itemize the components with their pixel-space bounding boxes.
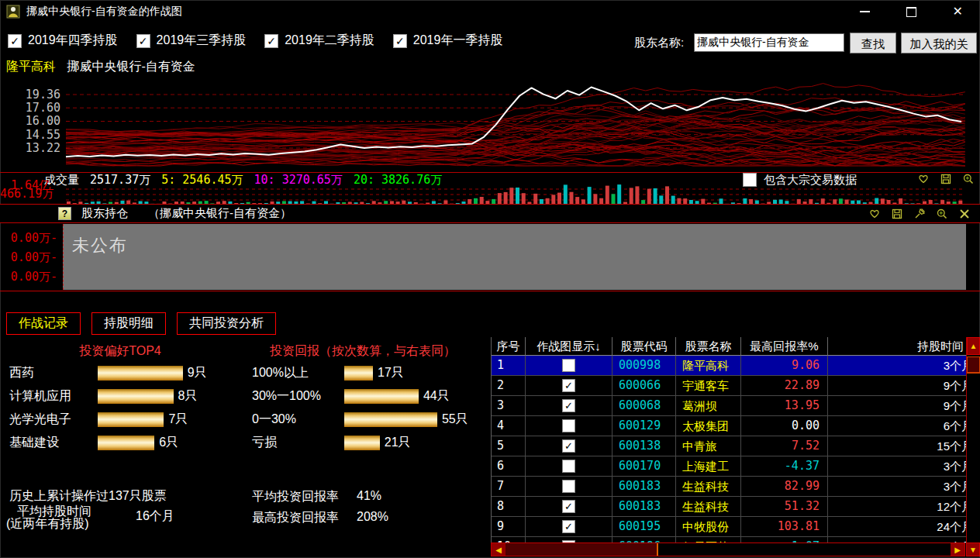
vertical-scrollbar[interactable]: ▲ xyxy=(966,337,980,542)
cell: 8 xyxy=(492,497,526,517)
cell: 葛洲坝 xyxy=(676,396,741,416)
row-checkbox-icon[interactable]: ✓ xyxy=(562,439,575,453)
app-window: 挪威中央银行-自有资金的作战图 ✕ ✓2019年四季持股✓2019年三季持股✓2… xyxy=(0,0,980,558)
column-header-1[interactable]: 序号 xyxy=(492,337,526,356)
cell: 隆平高科 xyxy=(676,356,741,376)
checkbox-icon[interactable]: ✓ xyxy=(136,34,150,48)
volume-ma-values: 5: 2546.45万10: 3270.65万20: 3826.76万 xyxy=(161,173,442,188)
left-arrow-icon[interactable]: ◀ xyxy=(492,543,506,556)
cell: 12个月 xyxy=(828,497,967,517)
table-row-4[interactable]: 4600129太极集团0.006个月 xyxy=(492,416,967,436)
preference-label: 西药 xyxy=(9,365,98,381)
cell: 3个月 xyxy=(828,477,967,497)
close-icon[interactable]: ✕ xyxy=(953,5,963,18)
maximize-icon[interactable] xyxy=(906,7,916,17)
cell: 000998 xyxy=(612,356,676,376)
table-row-9[interactable]: 9✓600195中牧股份103.8124个月 xyxy=(492,517,967,537)
volume-toolbar-icons xyxy=(917,173,975,185)
quarter-filter-4[interactable]: ✓2019年一季持股 xyxy=(393,33,503,49)
price-axis-label: 17.60 xyxy=(14,101,60,115)
peer-stock-lines xyxy=(66,84,965,166)
shareholder-name-input[interactable] xyxy=(694,33,844,52)
row-checkbox-icon[interactable]: ✓ xyxy=(562,520,575,533)
quarter-filter-1[interactable]: ✓2019年四季持股 xyxy=(8,33,118,49)
cell: 600183 xyxy=(612,477,676,497)
checkbox-icon[interactable] xyxy=(743,173,757,187)
help-icon[interactable]: ? xyxy=(58,207,71,220)
not-published-text: 未公布 xyxy=(72,234,128,257)
cell: 9个月 xyxy=(828,396,967,416)
preference-bar xyxy=(98,412,164,427)
tab-3[interactable]: 共同投资分析 xyxy=(177,312,276,335)
cell: 5 xyxy=(492,436,526,456)
column-header-3[interactable]: 股票代码 xyxy=(612,337,676,356)
cell xyxy=(526,416,612,436)
cell: 中青旅 xyxy=(676,436,741,456)
cell: 6个月 xyxy=(828,416,967,436)
volume-ma-value: 5: 2546.45万 xyxy=(161,173,243,188)
column-header-2[interactable]: 作战图显示↓ xyxy=(526,337,612,356)
table-row-1[interactable]: 1000998隆平高科9.063个月 xyxy=(492,356,967,376)
right-arrow-icon[interactable]: ▶ xyxy=(951,543,964,556)
cell: 生益科技 xyxy=(676,497,741,517)
table-row-6[interactable]: 6600170上海建工-4.373个月 xyxy=(492,456,967,477)
cell xyxy=(526,456,612,477)
zoom-in-icon[interactable] xyxy=(962,173,975,185)
vertical-scrollbar-thumb[interactable] xyxy=(967,356,980,374)
checkbox-icon[interactable]: ✓ xyxy=(8,34,22,48)
checkbox-icon[interactable]: ✓ xyxy=(264,34,278,48)
block-trade-checkbox[interactable]: 包含大宗交易数据 xyxy=(743,173,857,187)
save-icon[interactable] xyxy=(940,173,952,185)
table-row-5[interactable]: 5✓600138中青旅7.5215个月 xyxy=(492,436,967,456)
table-row-10[interactable]: 10600196复星医药1.0721个月 xyxy=(492,537,967,542)
holder-panel-subtitle: （挪威中央银行-自有资金） xyxy=(148,206,292,221)
table-row-7[interactable]: 7600183生益科技82.993个月 xyxy=(492,477,967,497)
quarter-filter-2[interactable]: ✓2019年三季持股 xyxy=(136,33,247,49)
table-row-8[interactable]: 8✓600183生益科技51.3212个月 xyxy=(492,497,967,517)
cell: 上海建工 xyxy=(676,456,741,477)
horizontal-scrollbar[interactable]: ◀ ▶ xyxy=(491,542,965,556)
filter-label: 2019年二季持股 xyxy=(285,33,374,49)
pin-icon[interactable] xyxy=(913,208,926,220)
cell: ✓ xyxy=(526,396,612,416)
cell: 9 xyxy=(492,517,526,537)
row-checkbox-icon[interactable] xyxy=(562,460,575,473)
favorite-icon[interactable] xyxy=(868,208,881,220)
cell: 9.06 xyxy=(741,356,828,376)
tab-2[interactable]: 持股明细 xyxy=(91,312,166,335)
checkbox-icon[interactable]: ✓ xyxy=(393,34,407,48)
horizontal-scrollbar-thumb[interactable] xyxy=(506,543,658,556)
volume-readout: 成交量 2517.37万 5: 2546.45万10: 3270.65万20: … xyxy=(44,173,442,187)
close-icon[interactable] xyxy=(958,208,971,220)
cell: 10 xyxy=(492,537,526,542)
column-header-6[interactable]: 持股时间 xyxy=(828,337,967,356)
cell: 7 xyxy=(492,477,526,497)
returns-count: 44只 xyxy=(423,388,450,405)
add-to-watchlist-button[interactable]: 加入我的关注 xyxy=(901,33,977,53)
down-arrow-icon[interactable]: ▼ xyxy=(966,542,980,556)
cell: 3个月 xyxy=(828,456,967,477)
row-checkbox-icon[interactable] xyxy=(562,419,575,432)
row-checkbox-icon[interactable]: ✓ xyxy=(562,399,575,412)
save-icon[interactable] xyxy=(891,208,903,220)
row-checkbox-icon[interactable] xyxy=(562,359,575,372)
holder-panel-icons xyxy=(868,208,971,220)
quarter-filter-3[interactable]: ✓2019年二季持股 xyxy=(264,33,374,49)
zoom-in-icon[interactable] xyxy=(936,208,948,220)
column-header-4[interactable]: 股票名称 xyxy=(676,337,741,356)
row-checkbox-icon[interactable]: ✓ xyxy=(562,379,575,392)
minimize-icon[interactable] xyxy=(860,11,870,12)
cell: 1 xyxy=(492,356,526,376)
column-header-5[interactable]: 最高回报率% xyxy=(741,337,828,356)
table-row-2[interactable]: 2✓600066宇通客车22.899个月 xyxy=(492,376,967,396)
holdings-axis-label: 0.00万 xyxy=(3,231,57,246)
up-arrow-icon[interactable]: ▲ xyxy=(967,337,980,355)
row-checkbox-icon[interactable] xyxy=(562,480,575,493)
favorite-icon[interactable] xyxy=(917,173,930,185)
tab-1[interactable]: 作战记录 xyxy=(6,312,81,335)
table-row-3[interactable]: 3✓600068葛洲坝13.959个月 xyxy=(492,396,967,416)
cell: 生益科技 xyxy=(676,477,741,497)
cell: 4 xyxy=(492,416,526,436)
search-button[interactable]: 查找 xyxy=(850,33,896,53)
row-checkbox-icon[interactable]: ✓ xyxy=(562,500,575,513)
